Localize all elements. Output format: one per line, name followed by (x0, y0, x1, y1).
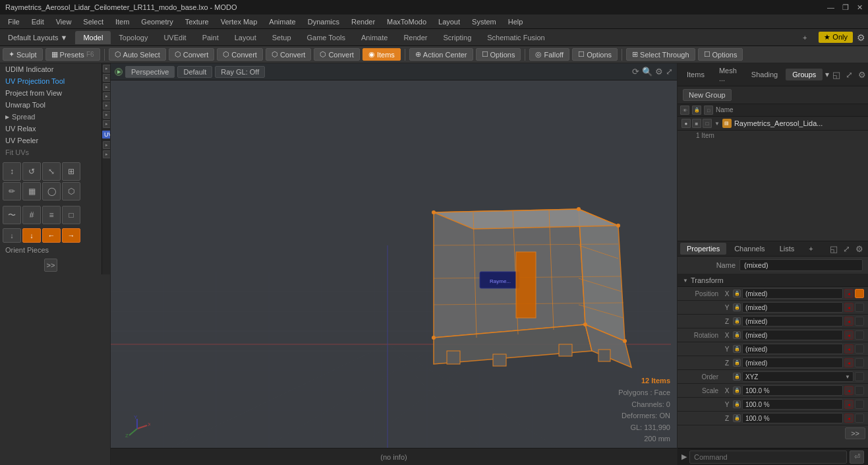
tool-icon-grid[interactable]: ▦ (22, 182, 41, 201)
falloff-button[interactable]: ◎ Falloff (529, 48, 569, 61)
tool-icon-poly[interactable]: ⬡ (62, 182, 80, 201)
right-tab-items[interactable]: Items (680, 69, 711, 80)
presets-button[interactable]: ▦ Presets F6 (45, 48, 100, 61)
position-x-input[interactable]: (mixed) (742, 288, 843, 299)
tool-icon-rotate[interactable]: ↺ (22, 162, 41, 181)
tab-paint[interactable]: Paint (194, 31, 227, 44)
convert-button-3[interactable]: ⬡ Convert (266, 48, 312, 61)
edge-btn-2[interactable]: ▸ (103, 74, 111, 82)
tool-icon-lines[interactable]: ≡ (42, 206, 61, 224)
transform-section-header[interactable]: Transform (678, 274, 868, 287)
menu-maxtomodo[interactable]: MaxToModo (382, 16, 432, 27)
tool-icon-hash[interactable]: # (22, 206, 41, 224)
group-render-toggle[interactable]: □ (703, 119, 712, 128)
edge-btn-6[interactable]: ▸ (103, 111, 111, 119)
rotation-z-input[interactable]: (mixed) (742, 357, 843, 368)
options-button-3[interactable]: ☐ Options (698, 48, 743, 61)
tool-icon-pen[interactable]: ✏ (3, 182, 21, 201)
group-eye-toggle[interactable]: ● (681, 119, 691, 128)
group-lock-toggle[interactable]: ■ (692, 119, 701, 128)
right-tab-groups[interactable]: Groups (786, 69, 823, 80)
tab-game-tools[interactable]: Game Tools (299, 31, 354, 44)
select-through-button[interactable]: ⊞ Select Through (626, 48, 695, 61)
name-value-input[interactable]: (mixed) (739, 259, 863, 271)
items-button[interactable]: ◉ Items (362, 48, 401, 61)
menu-select[interactable]: Select (78, 16, 109, 27)
right-tab-channels[interactable]: Channels (728, 243, 771, 255)
menu-view[interactable]: View (51, 16, 77, 27)
star-only-button[interactable]: ★ Only (819, 32, 853, 43)
scale-y-lock[interactable]: 🔒 (733, 400, 741, 408)
position-z-input[interactable]: (mixed) (742, 316, 843, 326)
tab-settings-button[interactable]: ⚙ (857, 32, 865, 43)
tool-icon-wave[interactable]: 〜 (3, 206, 21, 224)
rotation-y-anim[interactable]: ◄ (844, 344, 854, 354)
rotation-x-anim[interactable]: ◄ (844, 330, 854, 340)
add-tab-button[interactable]: + (795, 31, 815, 44)
position-y-lock[interactable]: 🔒 (733, 303, 741, 311)
right-bottom-collapse[interactable]: ◱ (828, 244, 840, 254)
options-button-1[interactable]: ☐ Options (476, 48, 521, 61)
viewport[interactable]: ▶ Perspective Default Ray GL: Off ⟳ 🔍 ⚙ … (111, 63, 677, 465)
right-panel-settings[interactable]: ⚙ (856, 70, 868, 80)
right-tab-plus[interactable]: + (802, 243, 819, 255)
sidebar-fit-uvs[interactable]: Fit UVs (0, 146, 101, 158)
viewport-icon-settings[interactable]: ⚙ (655, 67, 663, 77)
convert-button-2[interactable]: ⬡ Convert (217, 48, 263, 61)
action-center-button[interactable]: ⊕ Action Center (409, 48, 473, 61)
edge-btn-1[interactable]: ▸ (103, 65, 111, 73)
tab-uvedit[interactable]: UVEdit (156, 31, 194, 44)
menu-vertex-map[interactable]: Vertex Map (216, 16, 263, 27)
rotation-z-anim[interactable]: ◄ (844, 358, 854, 367)
minimize-button[interactable]: — (827, 3, 834, 12)
sidebar-unwrap-tool[interactable]: Unwrap Tool (0, 99, 101, 111)
tool-icon-transform[interactable]: ⊞ (62, 162, 80, 181)
layout-dropdown[interactable]: Default Layouts ▼ (3, 31, 72, 44)
sidebar-uv-peeler[interactable]: UV Peeler (0, 135, 101, 146)
position-x-orange[interactable] (855, 289, 864, 298)
menu-render[interactable]: Render (346, 16, 380, 27)
right-bottom-settings[interactable]: ⚙ (854, 244, 865, 254)
tool-icon-move[interactable]: ↕ (3, 162, 21, 181)
options-button-2[interactable]: ☐ Options (572, 48, 618, 61)
tab-setup[interactable]: Setup (264, 31, 299, 44)
arrow-down-plain[interactable]: ↓ (3, 228, 21, 243)
new-group-button[interactable]: New Group (683, 89, 732, 101)
position-x-lock[interactable]: 🔒 (733, 290, 741, 297)
sidebar-udim-indicator[interactable]: UDIM Indicator (0, 63, 101, 75)
tab-schematic-fusion[interactable]: Schematic Fusion (479, 31, 552, 44)
items-group-header[interactable]: ● ■ □ ▼ ▤ Raymetrics_Aerosol_Lida... (678, 117, 868, 131)
sidebar-uv-projection-tool[interactable]: UV Projection Tool (0, 75, 101, 87)
edge-btn-7[interactable]: ▸ (103, 120, 111, 128)
close-button[interactable]: ✕ (857, 3, 863, 12)
right-panel-collapse[interactable]: ◱ (830, 70, 842, 80)
tab-scripting[interactable]: Scripting (435, 31, 479, 44)
rotation-x-input[interactable]: (mixed) (742, 330, 843, 340)
right-tab-lists[interactable]: Lists (773, 243, 801, 255)
tool-icon-scale[interactable]: ⤡ (42, 162, 61, 181)
rotation-y-input[interactable]: (mixed) (742, 344, 843, 354)
auto-select-button[interactable]: ⬡ Auto Select (109, 48, 166, 61)
position-x-anim[interactable]: ◄ (844, 289, 854, 298)
menu-edit[interactable]: Edit (26, 16, 49, 27)
rotation-x-lock[interactable]: 🔒 (733, 331, 741, 339)
sculpt-button[interactable]: ✦ Sculpt (3, 48, 43, 61)
arrow-down-orange[interactable]: ↓ (22, 228, 41, 243)
right-tab-shading[interactable]: Shading (745, 69, 784, 80)
scale-x-lock[interactable]: 🔒 (733, 387, 741, 394)
viewport-icon-expand[interactable]: ⤢ (666, 67, 673, 77)
edge-btn-9[interactable]: ▸ (103, 150, 111, 158)
properties-more-button[interactable]: >> (845, 427, 865, 439)
convert-button-4[interactable]: ⬡ Convert (314, 48, 360, 61)
rotation-z-lock[interactable]: 🔒 (733, 359, 741, 367)
menu-file[interactable]: File (3, 16, 25, 27)
expand-more-button[interactable]: >> (44, 259, 57, 272)
command-input[interactable] (689, 450, 847, 464)
right-tab-more[interactable]: ▾ (825, 70, 829, 79)
edge-btn-5[interactable]: ▸ (103, 102, 111, 109)
command-run-button[interactable]: ⏎ (850, 450, 864, 464)
menu-texture[interactable]: Texture (180, 16, 214, 27)
order-dropdown[interactable]: XYZ ▼ (742, 371, 854, 382)
tab-layout[interactable]: Layout (227, 31, 264, 44)
scale-x-anim[interactable]: ◄ (844, 386, 854, 395)
